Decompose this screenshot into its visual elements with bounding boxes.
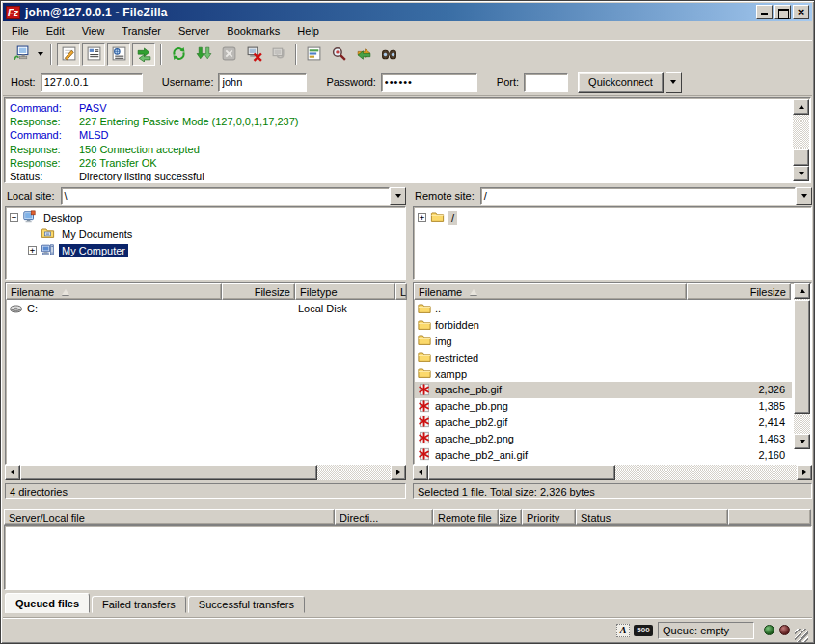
scroll-thumb[interactable] [793,149,809,166]
local-site-combo[interactable]: \ [61,187,390,205]
scroll-thumb[interactable] [794,300,810,414]
remote-site-dropdown[interactable] [796,187,812,205]
column-header-label: Filesize [750,286,786,298]
toggle-remote-tree-button[interactable] [107,43,130,66]
maximize-button[interactable] [774,5,791,19]
tree-item-desktop[interactable]: −Desktop [10,209,405,226]
tab-successful-transfers[interactable]: Successful transfers [188,596,305,613]
folder-icon [417,318,433,333]
column-header-filename[interactable]: Filename [6,283,222,300]
scroll-right-button[interactable] [797,465,812,480]
queue-column-size[interactable]: Size [499,509,522,525]
scroll-up-button[interactable] [794,283,810,299]
toggle-queue-button[interactable] [132,43,155,66]
scroll-left-button[interactable] [413,465,428,480]
column-header-label: Filetype [300,286,338,298]
remote-vscrollbar[interactable] [794,283,810,449]
menu-item-view[interactable]: View [73,23,114,39]
menu-item-transfer[interactable]: Transfer [113,23,170,39]
port-input[interactable] [524,73,568,92]
file-row-xampp[interactable]: xampp [415,365,792,382]
file-row-apache-pb-png[interactable]: apache_pb.png1,385 [415,398,792,415]
column-header-filesize[interactable]: Filesize [222,283,295,300]
column-header-filename[interactable]: Filename [414,283,687,300]
toggle-log-button[interactable] [57,43,80,66]
host-input[interactable] [41,73,143,92]
scroll-down-button[interactable] [793,166,809,181]
site-manager-button[interactable] [10,43,33,66]
process-queue-button[interactable] [192,43,215,66]
close-button[interactable] [793,5,809,19]
local-site-dropdown[interactable] [390,187,406,205]
scroll-thumb[interactable] [20,465,317,480]
remote-site-combo[interactable]: / [480,187,796,205]
tab-label: Successful transfers [199,599,294,610]
minimize-button[interactable] [756,5,773,19]
filename-cell: img [415,334,688,350]
tree-item--[interactable]: +/ [418,209,811,226]
file-row-apache-pb2-ani-gif[interactable]: apache_pb2_ani.gif2,160 [415,446,792,463]
log-scrollbar[interactable] [793,99,809,181]
find-button[interactable] [377,43,400,66]
menu-item-server[interactable]: Server [170,23,218,39]
queue-column-server-local-file[interactable]: Server/Local file [4,509,335,525]
reconnect-button[interactable] [267,43,290,66]
scroll-right-button[interactable] [391,465,406,480]
queue-column-priority[interactable]: Priority [522,509,576,525]
tab-queued-files[interactable]: Queued files [5,593,90,613]
queue-column-remote-file[interactable]: Remote file [433,509,499,525]
local-hscrollbar[interactable] [5,465,406,480]
filesize-cell: 2,160 [688,446,789,463]
scroll-thumb[interactable] [428,465,615,480]
scroll-down-button[interactable] [794,434,810,449]
site-manager-dropdown-button[interactable] [34,43,46,66]
file-row-forbidden[interactable]: forbidden [415,317,792,334]
arrow-down-icon [799,172,804,175]
filter-button[interactable] [302,43,325,66]
file-row--[interactable]: .. [415,301,792,317]
log-line-label: Command: [10,101,79,115]
scroll-up-button[interactable] [793,99,809,115]
compare-button[interactable] [327,43,350,66]
file-row-apache-pb-gif[interactable]: apache_pb.gif2,326 [415,382,792,398]
password-input[interactable] [381,73,477,92]
scroll-left-button[interactable] [5,465,20,480]
quickconnect-button[interactable]: Quickconnect [578,72,664,93]
queue-column-status[interactable]: Status [576,509,728,525]
menu-item-edit[interactable]: Edit [38,23,73,39]
cancel-button[interactable] [217,43,240,66]
filesize-cell [688,365,789,382]
toggle-remote-tree-icon [111,45,127,64]
tree-item-my-computer[interactable]: +My Computer [10,242,405,258]
column-header-l[interactable]: L [395,283,407,300]
compare-icon [331,45,347,64]
menu-item-bookmarks[interactable]: Bookmarks [218,23,288,39]
queue-column-label: Server/Local file [9,512,85,523]
remote-hscrollbar[interactable] [413,465,812,480]
queue-column-directi-[interactable]: Directi... [335,509,433,525]
tree-expander[interactable]: + [418,213,426,222]
username-input[interactable] [218,73,307,92]
file-row-apache-pb2-png[interactable]: apache_pb2.png1,463 [415,430,792,446]
sync-browse-button[interactable] [352,43,375,66]
file-row-apache-pb2-gif[interactable]: apache_pb2.gif2,414 [415,415,792,431]
tab-failed-transfers[interactable]: Failed transfers [92,596,186,613]
menu-item-help[interactable]: Help [288,23,328,39]
menu-item-file[interactable]: File [3,23,38,39]
resize-grip[interactable] [795,629,808,642]
quickconnect-dropdown-button[interactable] [666,72,682,93]
file-row-c-[interactable]: C:Local Disk [7,301,404,317]
file-row-restricted[interactable]: restricted [415,349,792,365]
column-header-filetype[interactable]: Filetype [295,283,395,300]
title-bar[interactable]: Fz john@127.0.0.1 - FileZilla [3,3,812,21]
tree-item-my-documents[interactable]: My Documents [10,226,405,242]
log-line-text: 227 Entering Passive Mode (127,0,0,1,17,… [79,116,298,127]
log-line-label: Command: [10,128,79,142]
file-row-img[interactable]: img [415,334,792,350]
tree-expander[interactable]: + [28,246,37,255]
refresh-button[interactable] [167,43,190,66]
column-header-filesize[interactable]: Filesize [687,283,791,300]
disconnect-button[interactable] [242,43,265,66]
tree-expander[interactable]: − [10,213,18,222]
toggle-local-tree-button[interactable] [82,43,105,66]
